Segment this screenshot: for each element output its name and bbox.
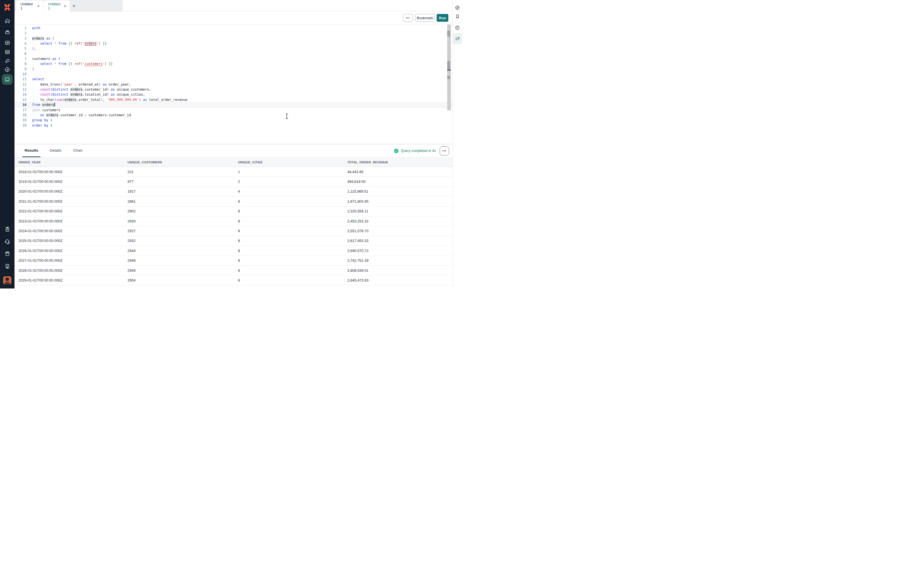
- rail-item-ai-assistant[interactable]: [453, 34, 462, 44]
- code-line[interactable]: 5),: [15, 46, 452, 51]
- hex-app: Untitled 1 ✕ Untitled 1 ✕ + ••• Bookmark…: [0, 0, 462, 288]
- rail-item-explore[interactable]: [453, 4, 462, 11]
- hex-logo[interactable]: [0, 3, 15, 11]
- sidebar-item-apps[interactable]: [0, 39, 15, 46]
- column-header[interactable]: UNIQUE_CUSTOMERS: [124, 158, 234, 167]
- table-cell: 221: [124, 167, 234, 177]
- new-tab-button[interactable]: +: [70, 2, 78, 10]
- code-line[interactable]: 16from orders: [15, 102, 452, 107]
- close-icon[interactable]: ✕: [64, 4, 66, 8]
- bookmark-button[interactable]: Bookmark: [415, 14, 435, 22]
- table-row[interactable]: 2026-01-01T00:00:00.000Z294462,690,570.7…: [15, 246, 452, 256]
- line-number: 20: [15, 123, 26, 128]
- bookmark-icon: [455, 14, 460, 19]
- sidebar-item-support[interactable]: [0, 238, 15, 245]
- laptop-terminal-icon: [4, 76, 11, 83]
- table-cell: 2,551,076.70: [343, 226, 452, 236]
- code-line[interactable]: 2: [15, 31, 452, 35]
- table-cell: 6: [234, 276, 343, 285]
- table-row[interactable]: 2019-01-01T00:00:00.000Z9772494,818.00: [15, 177, 452, 187]
- code-line[interactable]: 20order by 1: [15, 123, 452, 128]
- line-number: 13: [15, 87, 26, 92]
- table-cell: 6: [234, 226, 343, 236]
- tab-untitled-1[interactable]: Untitled 1 ✕: [16, 0, 43, 12]
- sidebar-item-code[interactable]: [0, 48, 15, 55]
- rail-item-bookmarks[interactable]: [453, 13, 462, 20]
- table-row[interactable]: 2020-01-01T00:00:00.000Z191741,115,869.5…: [15, 187, 452, 196]
- code-line[interactable]: 3orders as (: [15, 36, 452, 41]
- line-number: 7: [15, 56, 26, 61]
- table-row[interactable]: 2023-01-01T00:00:00.000Z293062,453,253.3…: [15, 216, 452, 226]
- table-row[interactable]: 2028-01-01T00:00:00.000Z294962,808,539.0…: [15, 265, 452, 275]
- code-line[interactable]: 10: [15, 72, 452, 77]
- tab-bar-border: [15, 11, 452, 11]
- code-line[interactable]: 8 select * from {{ ref('customers') }}: [15, 61, 452, 66]
- sidebar-item-components[interactable]: [0, 57, 15, 64]
- column-header[interactable]: UNIQUE_CITIES: [234, 158, 343, 167]
- cell-toolbar: ••• Bookmark Run: [15, 11, 452, 24]
- code-line[interactable]: 1with: [15, 26, 452, 31]
- scrollbar-marker: [447, 31, 450, 37]
- scrollbar-cursor-line: [447, 70, 451, 71]
- table-row[interactable]: 2025-01-01T00:00:00.000Z293262,617,453.3…: [15, 236, 452, 246]
- line-number: 2: [15, 31, 26, 35]
- code-line[interactable]: 11select: [15, 77, 452, 82]
- line-number: 4: [15, 41, 26, 46]
- code-line[interactable]: 17join customers: [15, 108, 452, 113]
- line-content: from orders: [26, 102, 452, 107]
- table-row[interactable]: 2030-01-01T00:00:00.000Z287961,841,049.3…: [15, 285, 452, 288]
- more-options-button[interactable]: •••: [403, 14, 413, 22]
- code-line[interactable]: 15 to_char(sum(orders.order_total), '999…: [15, 97, 452, 102]
- table-cell: 2,325,556.11: [343, 206, 452, 216]
- code-line[interactable]: 19group by 1: [15, 118, 452, 122]
- run-button[interactable]: Run: [437, 14, 448, 22]
- tab-untitled-2[interactable]: Untitled 1 ✕: [44, 0, 70, 12]
- table-cell: 2944: [124, 246, 234, 256]
- sidebar-item-home[interactable]: [0, 17, 15, 24]
- code-line[interactable]: 13 count(distinct orders.customer_id) as…: [15, 87, 452, 92]
- rail-item-history[interactable]: [453, 24, 462, 31]
- sql-editor[interactable]: 1with23orders as (4 select * from {{ ref…: [15, 24, 452, 144]
- code-line[interactable]: 9): [15, 67, 452, 72]
- line-content: select * from {{ ref('orders') }}: [26, 41, 452, 46]
- table-cell: 977: [124, 177, 234, 187]
- column-header[interactable]: TOTAL_ORDER_REVENUE: [343, 158, 452, 167]
- code-line[interactable]: 6: [15, 51, 452, 56]
- code-line[interactable]: 14 count(distinct orders.location_id) as…: [15, 92, 452, 97]
- line-number: 12: [15, 82, 26, 87]
- line-content: ): [26, 67, 452, 72]
- table-row[interactable]: 2027-01-01T00:00:00.000Z294662,742,751.3…: [15, 256, 452, 265]
- rail-divider: [453, 22, 462, 23]
- ai-chat-sparkles-icon: [455, 36, 460, 42]
- tab-results[interactable]: Results: [22, 144, 40, 157]
- sidebar-item-editor-active[interactable]: [2, 74, 13, 85]
- table-row[interactable]: 2024-01-01T00:00:00.000Z292762,551,076.7…: [15, 226, 452, 236]
- table-cell: 6: [234, 265, 343, 275]
- code-window-icon: [5, 49, 10, 55]
- sidebar-item-organization[interactable]: [0, 262, 15, 269]
- sidebar-item-docs[interactable]: [0, 250, 15, 257]
- tab-details[interactable]: Details: [48, 144, 64, 157]
- user-avatar[interactable]: [3, 276, 11, 285]
- table-row[interactable]: 2022-01-01T00:00:00.000Z290262,325,556.1…: [15, 206, 452, 216]
- table-row[interactable]: 2021-01-01T00:00:00.000Z266161,871,800.8…: [15, 197, 452, 206]
- code-line[interactable]: 4 select * from {{ ref('orders') }}: [15, 41, 452, 46]
- results-panel: Results Details Chart Query completed in…: [15, 144, 452, 288]
- indent-guide: [33, 41, 34, 46]
- sidebar-item-explore[interactable]: [0, 66, 15, 73]
- tab-chart[interactable]: Chart: [71, 144, 84, 157]
- code-lines: 1with23orders as (4 select * from {{ ref…: [15, 26, 452, 128]
- results-more-button[interactable]: •••: [440, 146, 449, 156]
- indent-guide: [33, 113, 34, 118]
- column-header[interactable]: ORDER_YEAR: [15, 158, 124, 167]
- code-line[interactable]: 7customers as (: [15, 56, 452, 61]
- close-icon[interactable]: ✕: [37, 4, 40, 8]
- table-cell: 6: [234, 285, 343, 288]
- code-line[interactable]: 12 date_trunc('year', ordered_at) as ord…: [15, 82, 452, 87]
- table-row[interactable]: 2029-01-01T00:00:00.000Z295462,845,473.9…: [15, 276, 452, 285]
- code-line[interactable]: 18 on orders.customer_id = customers.cus…: [15, 113, 452, 118]
- sidebar-item-changelog[interactable]: [0, 226, 15, 233]
- sidebar-item-collections[interactable]: [0, 28, 15, 35]
- editor-scrollbar[interactable]: [447, 24, 451, 110]
- table-row[interactable]: 2018-01-01T00:00:00.000Z221144,442.65: [15, 167, 452, 177]
